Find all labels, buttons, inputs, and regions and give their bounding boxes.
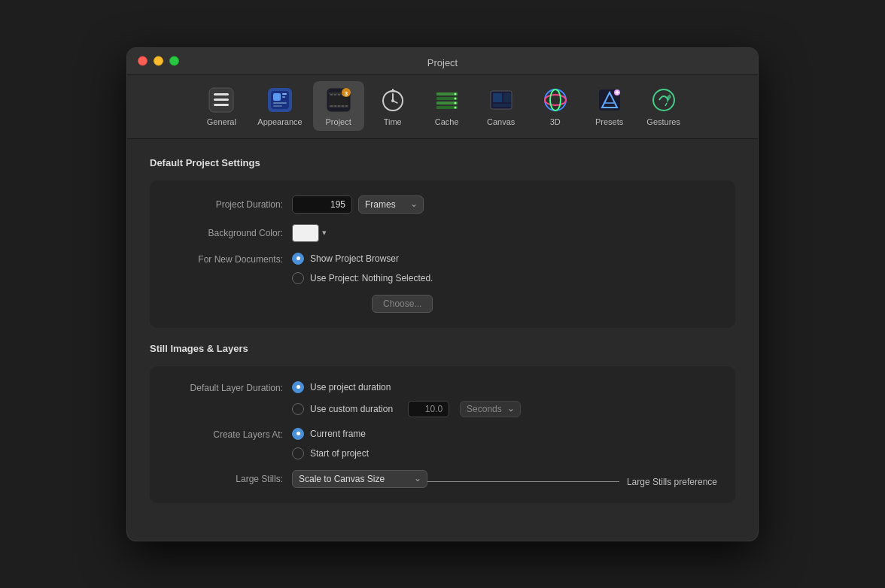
create-layers-row: Create Layers At: Current frame Start of… bbox=[168, 428, 717, 459]
gestures-icon bbox=[649, 86, 678, 114]
svg-point-38 bbox=[454, 97, 456, 99]
radio-use-project-duration[interactable] bbox=[292, 381, 304, 393]
default-project-title: Default Project Settings bbox=[150, 157, 735, 168]
background-color-row: Background Color: ▾ bbox=[168, 224, 717, 242]
project-duration-label: Project Duration: bbox=[168, 199, 292, 210]
cache-icon bbox=[433, 86, 461, 114]
toolbar: General Appearance bbox=[127, 75, 758, 139]
create-layers-label: Create Layers At: bbox=[168, 428, 292, 440]
project-icon: 3 bbox=[324, 86, 353, 114]
svg-rect-3 bbox=[214, 104, 229, 106]
radio-current-frame[interactable] bbox=[292, 428, 304, 440]
radio-use-project-duration-label: Use project duration bbox=[310, 382, 391, 393]
new-documents-label: For New Documents: bbox=[168, 253, 292, 265]
project-duration-row: Project Duration: Frames Seconds Timecod… bbox=[168, 195, 717, 214]
window-title: Project bbox=[427, 57, 458, 68]
duration-unit-select[interactable]: Frames Seconds Timecode bbox=[358, 195, 424, 214]
still-images-section: Default Layer Duration: Use project dura… bbox=[150, 366, 735, 503]
radio-row-show-browser: Show Project Browser bbox=[292, 253, 433, 265]
svg-rect-15 bbox=[330, 94, 333, 95]
annotation-line: Large Stills preference bbox=[427, 477, 717, 487]
background-color-control: ▾ bbox=[292, 224, 327, 242]
radio-start-of-project-label: Start of project bbox=[310, 448, 369, 459]
svg-rect-42 bbox=[493, 93, 502, 102]
svg-rect-8 bbox=[282, 96, 285, 98]
toolbar-item-gestures[interactable]: Gestures bbox=[638, 81, 689, 131]
radio-start-of-project[interactable] bbox=[292, 447, 304, 459]
radio-row-start-of-project: Start of project bbox=[292, 447, 369, 459]
color-dropdown-arrow[interactable]: ▾ bbox=[322, 228, 327, 238]
svg-rect-6 bbox=[273, 93, 281, 101]
svg-text:3: 3 bbox=[344, 90, 348, 97]
radio-use-custom[interactable] bbox=[292, 403, 304, 415]
maximize-button[interactable] bbox=[169, 56, 179, 66]
close-button[interactable] bbox=[138, 56, 148, 66]
toolbar-item-canvas[interactable]: Canvas bbox=[476, 81, 527, 131]
toolbar-item-3d[interactable]: 3D bbox=[530, 81, 581, 131]
svg-rect-10 bbox=[273, 105, 282, 107]
svg-rect-31 bbox=[391, 90, 395, 92]
svg-rect-1 bbox=[214, 93, 229, 95]
toolbar-item-appearance[interactable]: Appearance bbox=[250, 81, 309, 131]
svg-rect-20 bbox=[330, 105, 333, 107]
background-color-label: Background Color: bbox=[168, 228, 292, 238]
create-layers-radio-group: Current frame Start of project bbox=[292, 428, 369, 459]
project-duration-control: Frames Seconds Timecode bbox=[292, 195, 424, 214]
3d-icon bbox=[541, 86, 570, 114]
appearance-icon bbox=[266, 86, 294, 114]
svg-point-40 bbox=[454, 106, 456, 108]
svg-rect-32 bbox=[392, 89, 394, 90]
large-stills-row: Large Stills: Scale to Canvas Size Do No… bbox=[168, 470, 717, 488]
svg-point-39 bbox=[454, 102, 456, 104]
radio-row-use-project-duration: Use project duration bbox=[292, 381, 521, 393]
custom-duration-input[interactable] bbox=[408, 401, 449, 417]
radio-row-current-frame: Current frame bbox=[292, 428, 369, 440]
toolbar-item-presets[interactable]: Presets bbox=[584, 81, 635, 131]
toolbar-item-general[interactable]: General bbox=[196, 81, 247, 131]
svg-rect-43 bbox=[503, 93, 511, 102]
preferences-window: Project General bbox=[126, 47, 759, 541]
toolbar-item-cache[interactable]: Cache bbox=[421, 81, 473, 131]
radio-use-custom-label: Use custom duration bbox=[310, 404, 393, 414]
svg-rect-7 bbox=[282, 93, 287, 95]
radio-show-browser[interactable] bbox=[292, 253, 304, 265]
traffic-lights bbox=[138, 56, 179, 66]
svg-point-54 bbox=[653, 89, 674, 111]
svg-rect-22 bbox=[338, 105, 340, 107]
toolbar-label-canvas: Canvas bbox=[487, 117, 515, 126]
new-documents-radio-group: Show Project Browser Use Project: Nothin… bbox=[292, 253, 433, 313]
toolbar-label-gestures: Gestures bbox=[646, 117, 680, 126]
minimize-button[interactable] bbox=[154, 56, 163, 66]
color-swatch[interactable] bbox=[292, 224, 319, 242]
large-stills-select[interactable]: Scale to Canvas Size Do Nothing Fit to C… bbox=[292, 470, 427, 488]
svg-point-45 bbox=[545, 89, 566, 111]
svg-point-37 bbox=[454, 92, 456, 95]
large-stills-wrapper: Scale to Canvas Size Do Nothing Fit to C… bbox=[292, 470, 427, 488]
duration-unit-wrapper: Frames Seconds Timecode bbox=[358, 195, 424, 214]
toolbar-item-project[interactable]: 3 Project bbox=[313, 81, 364, 131]
radio-use-project[interactable] bbox=[292, 272, 304, 284]
choose-button[interactable]: Choose... bbox=[372, 295, 433, 313]
svg-rect-21 bbox=[334, 105, 336, 107]
svg-rect-9 bbox=[273, 102, 287, 104]
large-stills-label: Large Stills: bbox=[168, 474, 292, 484]
radio-use-project-label: Use Project: Nothing Selected. bbox=[310, 273, 433, 283]
svg-rect-24 bbox=[345, 105, 348, 107]
radio-current-frame-label: Current frame bbox=[310, 429, 366, 439]
svg-rect-23 bbox=[342, 105, 344, 107]
general-icon bbox=[207, 86, 236, 114]
project-duration-input[interactable] bbox=[292, 195, 352, 214]
svg-point-46 bbox=[545, 95, 566, 105]
choose-row: Choose... bbox=[292, 295, 433, 313]
toolbar-item-time[interactable]: Time bbox=[367, 81, 418, 131]
still-images-title: Still Images & Layers bbox=[150, 343, 735, 354]
toolbar-label-3d: 3D bbox=[550, 117, 561, 126]
custom-duration-unit-select[interactable]: Seconds Frames bbox=[460, 401, 521, 417]
svg-rect-16 bbox=[334, 94, 336, 95]
toolbar-label-project: Project bbox=[326, 117, 351, 126]
toolbar-label-cache: Cache bbox=[435, 117, 459, 126]
svg-rect-44 bbox=[493, 104, 511, 107]
time-icon bbox=[379, 86, 407, 114]
toolbar-label-presets: Presets bbox=[595, 117, 623, 126]
radio-row-use-custom: Use custom duration Seconds Frames bbox=[292, 401, 521, 417]
